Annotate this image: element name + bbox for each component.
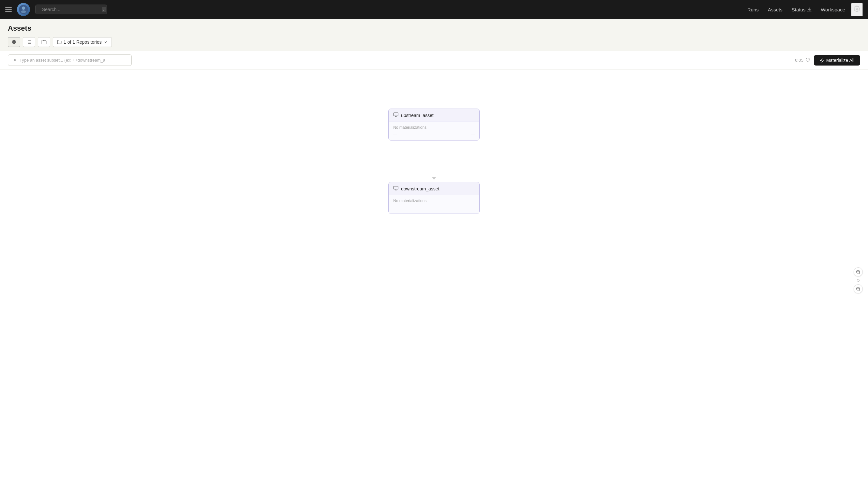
svg-rect-22	[394, 186, 398, 189]
asset-node-icon	[393, 112, 399, 118]
upstream-no-mat: No materializations	[393, 125, 475, 130]
upstream-asset-name: upstream_asset	[401, 113, 434, 118]
downstream-asset-name: downstream_asset	[401, 186, 439, 192]
refresh-icon	[805, 57, 810, 62]
timer-value: 0:05	[795, 58, 803, 63]
downstream-asset-body: No materializations — —	[389, 195, 479, 213]
topnav: / Runs Assets Status ⚠ Workspace	[0, 0, 868, 19]
graph-view-button[interactable]	[8, 37, 20, 47]
zoom-in-button[interactable]	[853, 267, 863, 277]
arrow-head	[432, 177, 436, 180]
settings-button[interactable]	[851, 3, 863, 16]
zoom-in-icon	[856, 270, 861, 274]
svg-rect-6	[12, 40, 14, 42]
subset-filter[interactable]: ✦ Type an asset subset... (ex: ++downstr…	[8, 54, 132, 66]
repo-dropdown-label: 1 of 1 Repositories	[64, 39, 102, 45]
zoom-out-button[interactable]	[853, 284, 863, 293]
search-input[interactable]	[42, 7, 99, 12]
canvas-toolbar: ✦ Type an asset subset... (ex: ++downstr…	[0, 51, 868, 69]
subset-placeholder-text: Type an asset subset... (ex: ++downstrea…	[20, 58, 105, 63]
list-icon	[26, 39, 32, 45]
search-bar[interactable]: /	[35, 5, 107, 15]
nav-runs[interactable]: Runs	[744, 5, 762, 15]
svg-rect-7	[15, 40, 16, 42]
downstream-asset-header: downstream_asset	[389, 182, 479, 195]
upstream-dash1: —	[393, 133, 397, 137]
subset-icon: ✦	[13, 57, 17, 63]
gear-icon	[853, 5, 860, 12]
status-label: Status	[792, 7, 806, 12]
materialize-icon	[820, 58, 824, 63]
folder-view-button[interactable]	[38, 37, 50, 47]
nav-status[interactable]: Status ⚠	[788, 5, 815, 15]
upstream-asset-node[interactable]: upstream_asset No materializations — —	[388, 109, 480, 141]
repo-dropdown[interactable]: 1 of 1 Repositories	[53, 37, 112, 47]
svg-point-1	[22, 6, 25, 10]
logo	[17, 3, 30, 16]
graph-icon	[11, 39, 17, 45]
downstream-dash1: —	[393, 206, 397, 210]
zoom-out-icon	[856, 287, 861, 291]
zoom-indicator	[857, 279, 860, 282]
materialize-all-button[interactable]: Materialize All	[814, 55, 860, 65]
upstream-dashes: — —	[393, 133, 475, 137]
search-shortcut: /	[102, 7, 106, 12]
upstream-dash2: —	[471, 133, 475, 137]
warning-icon: ⚠	[807, 6, 812, 13]
downstream-asset-icon	[393, 185, 399, 192]
hamburger-button[interactable]	[5, 7, 12, 12]
svg-point-2	[21, 10, 26, 13]
downstream-no-mat: No materializations	[393, 199, 475, 203]
nav-assets[interactable]: Assets	[764, 5, 786, 15]
refresh-button[interactable]	[805, 57, 810, 63]
svg-line-30	[859, 290, 860, 290]
downstream-dashes: — —	[393, 206, 475, 210]
svg-rect-9	[12, 42, 14, 44]
page-header: Assets	[0, 19, 868, 51]
repo-folder-icon	[57, 40, 62, 44]
list-view-button[interactable]	[23, 37, 35, 47]
nav-links: Runs Assets Status ⚠ Workspace	[744, 3, 863, 16]
page-container: Assets	[0, 19, 868, 491]
zoom-controls	[853, 267, 863, 293]
svg-line-26	[859, 272, 860, 273]
arrow-container	[432, 162, 436, 180]
arrow-line	[434, 162, 434, 177]
svg-marker-18	[820, 58, 823, 62]
timer-display: 0:05	[795, 57, 810, 63]
chevron-down-icon	[104, 40, 108, 44]
asset-canvas: upstream_asset No materializations — —	[0, 69, 868, 491]
upstream-asset-body: No materializations — —	[389, 122, 479, 140]
nav-workspace[interactable]: Workspace	[817, 5, 848, 15]
downstream-asset-node[interactable]: downstream_asset No materializations — —	[388, 182, 480, 214]
upstream-asset-header: upstream_asset	[389, 109, 479, 122]
materialize-label: Materialize All	[826, 58, 854, 63]
svg-rect-19	[394, 113, 398, 116]
folder-icon	[41, 39, 47, 45]
view-toolbar: 1 of 1 Repositories	[8, 37, 860, 47]
svg-point-5	[856, 8, 858, 9]
page-title: Assets	[8, 24, 860, 33]
svg-rect-8	[15, 42, 16, 44]
downstream-dash2: —	[471, 206, 475, 210]
